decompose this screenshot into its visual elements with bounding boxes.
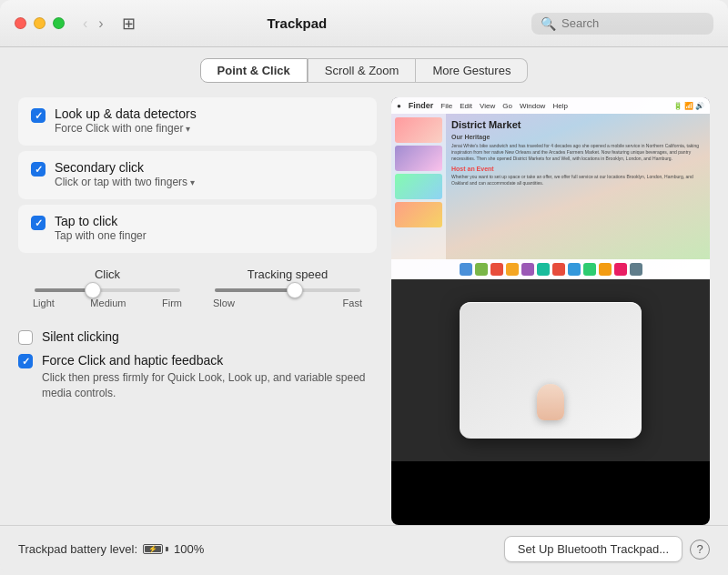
secondary-click-checkbox[interactable] — [31, 162, 46, 177]
search-input[interactable] — [561, 16, 704, 30]
click-label-medium: Medium — [90, 298, 126, 308]
main-content: Look up & data detectors Force Click wit… — [0, 90, 728, 525]
lightning-icon: ⚡ — [148, 545, 157, 553]
click-slider-thumb[interactable] — [85, 282, 101, 298]
search-bar[interactable]: 🔍 — [531, 13, 713, 35]
tap-to-click-sublabel: Tap with one finger — [55, 229, 147, 242]
silent-clicking-label: Silent clicking — [42, 329, 119, 344]
finger-visual — [537, 384, 564, 420]
click-label-light: Light — [33, 298, 55, 308]
help-button[interactable]: ? — [690, 540, 710, 560]
secondary-click-label: Secondary click — [55, 160, 195, 175]
force-click-checkbox[interactable] — [18, 354, 33, 368]
right-panel: ●Finder FileEditViewGoWindowHelp 🔋 📶 🔊 — [391, 90, 710, 525]
tracking-label-fast: Fast — [343, 298, 362, 308]
forward-arrow[interactable]: › — [95, 14, 106, 34]
force-click-label: Force Click and haptic feedback — [42, 353, 223, 368]
click-label-firm: Firm — [162, 298, 182, 308]
secondary-click-chevron[interactable]: ▾ — [190, 177, 195, 187]
preview-trackpad — [391, 279, 710, 461]
back-arrow[interactable]: ‹ — [79, 14, 91, 34]
tap-to-click-checkbox[interactable] — [31, 216, 46, 230]
lookup-label: Look up & data detectors — [55, 106, 197, 121]
search-icon: 🔍 — [541, 16, 556, 31]
battery-info: Trackpad battery level: ⚡ 100% — [18, 542, 204, 556]
left-panel: Look up & data detectors Force Click wit… — [18, 90, 377, 525]
app-grid-icon[interactable]: ⊞ — [122, 14, 136, 34]
tracking-speed-slider-track[interactable] — [215, 288, 360, 292]
tracking-speed-slider-thumb[interactable] — [287, 282, 303, 298]
tabs-bar: Point & Click Scroll & Zoom More Gesture… — [0, 47, 728, 90]
bottom-options: Silent clicking Force Click and haptic f… — [18, 323, 377, 409]
mock-main-content: District Market Our Heritage Jenai White… — [446, 114, 710, 259]
lookup-checkbox[interactable] — [31, 108, 46, 123]
secondary-click-sublabel: Click or tap with two fingers ▾ — [55, 176, 195, 188]
secondary-click-option-group: Secondary click Click or tap with two fi… — [18, 151, 377, 199]
preview-container: ●Finder FileEditViewGoWindowHelp 🔋 📶 🔊 — [391, 97, 710, 525]
traffic-lights — [15, 17, 65, 29]
tab-more-gestures[interactable]: More Gestures — [416, 58, 528, 83]
lookup-chevron[interactable]: ▾ — [186, 124, 190, 134]
click-slider-title: Click — [31, 267, 184, 281]
tab-point-click[interactable]: Point & Click — [200, 58, 308, 83]
tab-scroll-zoom[interactable]: Scroll & Zoom — [308, 58, 417, 83]
close-button[interactable] — [15, 17, 26, 29]
mock-menubar: ●Finder FileEditViewGoWindowHelp 🔋 📶 🔊 — [391, 97, 710, 114]
trackpad-device — [460, 302, 642, 439]
battery-label-text: Trackpad battery level: — [18, 542, 137, 556]
mock-dock — [391, 259, 710, 279]
title-bar: ‹ › ⊞ Trackpad 🔍 — [0, 0, 728, 47]
silent-clicking-row: Silent clicking — [18, 328, 377, 345]
sliders-section: Click Light Medium Firm Tracking speed — [18, 258, 377, 321]
tracking-label-slow: Slow — [213, 298, 235, 308]
tracking-speed-title: Tracking speed — [211, 267, 364, 281]
maximize-button[interactable] — [53, 17, 65, 29]
tap-to-click-label: Tap to click — [55, 214, 147, 228]
minimize-button[interactable] — [34, 17, 46, 29]
bluetooth-setup-button[interactable]: Set Up Bluetooth Trackpad... — [504, 536, 682, 562]
status-bar: Trackpad battery level: ⚡ 100% Set Up Bl… — [0, 525, 728, 572]
secondary-click-option-row: Secondary click Click or tap with two fi… — [31, 160, 364, 188]
force-click-desc: Click then press firmly for Quick Look, … — [42, 370, 377, 401]
battery-percent: 100% — [174, 542, 204, 556]
page-title: Trackpad — [147, 15, 448, 31]
lookup-option-row: Look up & data detectors Force Click wit… — [31, 106, 364, 135]
tap-to-click-option-row: Tap to click Tap with one finger — [31, 214, 364, 242]
mock-sidebar — [391, 114, 446, 259]
nav-arrows: ‹ › — [79, 14, 107, 34]
click-slider-track[interactable] — [35, 288, 180, 292]
battery-icon: ⚡ — [143, 544, 168, 554]
lookup-sublabel: Force Click with one finger ▾ — [55, 122, 197, 135]
silent-clicking-checkbox[interactable] — [18, 330, 33, 345]
tap-to-click-option-group: Tap to click Tap with one finger — [18, 205, 377, 253]
lookup-option-group: Look up & data detectors Force Click wit… — [18, 97, 377, 146]
preview-screen: ●Finder FileEditViewGoWindowHelp 🔋 📶 🔊 — [391, 97, 710, 279]
force-click-row: Force Click and haptic feedback Click th… — [18, 352, 377, 401]
click-slider-group: Click Light Medium Firm — [31, 267, 184, 308]
tracking-speed-slider-group: Tracking speed Slow Fast — [211, 267, 364, 308]
